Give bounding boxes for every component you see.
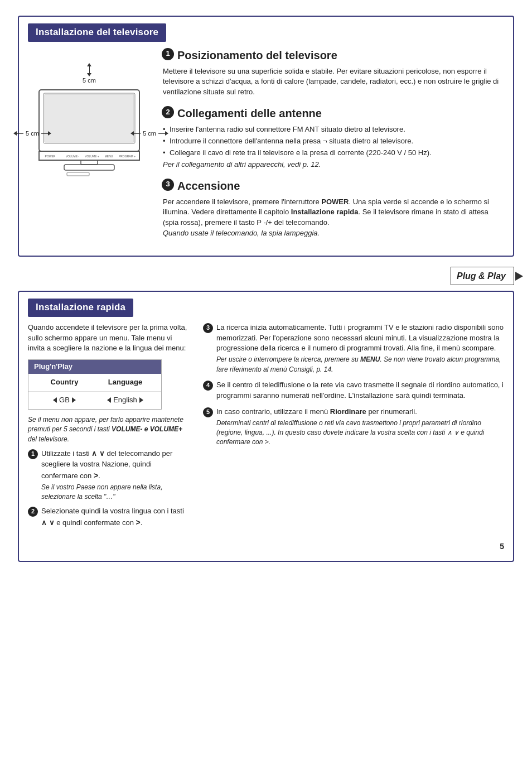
left-step2-badge: 2 [28, 507, 38, 517]
right-step-4: 4 Se il centro di telediffusione o la re… [203, 380, 504, 401]
step1-badge: 1 [162, 48, 174, 60]
step3-bold2: Installazione rapida [291, 208, 359, 216]
right-step5-text: In caso contrario, utilizzare il menù Ri… [216, 407, 504, 448]
plug-play-area: Plug & Play [18, 267, 514, 285]
step3-text: Per accendere il televisore, premere l'i… [163, 197, 504, 229]
left-measurement: 5 cm [13, 129, 51, 138]
step1-title: Posizionamento del televisore [177, 47, 337, 64]
left-hline [17, 133, 23, 134]
top-installation-section: Installazione del televisore 5 cm [18, 16, 514, 257]
svg-rect-11 [67, 172, 89, 176]
step3-bold1: POWER [321, 198, 349, 206]
menu-col-row: Country Language [28, 374, 161, 392]
left-step1-badge: 1 [28, 449, 38, 459]
right-step4-badge: 4 [203, 381, 213, 391]
left-step-1: 1 Utilizzate i tasti ∧ ∨ del telecomando… [28, 449, 190, 502]
tv-diagram: 5 cm 5 cm [28, 47, 151, 247]
right-meas-arrow [130, 132, 141, 136]
small-italic-note: Se il menu non appare, per farlo apparir… [28, 415, 190, 444]
right-arrowhead-icon [48, 132, 51, 136]
step3-heading: 3 Accensione [162, 178, 504, 194]
menu-gb-value: GB [59, 395, 70, 406]
top-measurement: 5 cm [83, 63, 96, 85]
step2-badge: 2 [162, 106, 174, 118]
svg-text:MENU: MENU [105, 155, 113, 158]
plug-play-logo: Plug & Play [451, 267, 514, 285]
top-section-title: Installazione del televisore [28, 23, 166, 42]
tri-right-lang-icon [139, 397, 143, 403]
step3-title: Accensione [177, 178, 240, 194]
bottom-installation-section: Installazione rapida Quando accendete il… [18, 291, 514, 562]
step2-bullet-3: Collegare il cavo di rete tra il televis… [163, 148, 504, 158]
menu-col-language: Language [95, 377, 156, 388]
right-measurement-label: 5 cm [143, 129, 156, 138]
menu-header: Plug'n'Play [28, 360, 161, 374]
step2-bullet-2: Introdurre il connettore dell'antenna ne… [163, 136, 504, 147]
right-step5-badge: 5 [203, 407, 213, 417]
step2-bullet-1: Inserire l'antenna radio sul connettore … [163, 124, 504, 135]
svg-rect-10 [64, 165, 114, 170]
svg-text:VOLUME -: VOLUME - [66, 155, 80, 158]
menu-english-value: English [113, 395, 137, 406]
left-step2-text: Selezionate quindi la vostra lingua con … [41, 506, 190, 528]
top-content: 5 cm 5 cm [28, 47, 504, 247]
bottom-right-col: 3 La ricerca inizia automaticamente. Tut… [203, 323, 504, 533]
svg-text:VOLUME +: VOLUME + [85, 155, 99, 158]
right-horiz-arrow-left [41, 132, 51, 136]
right-step-3: 3 La ricerca inizia automaticamente. Tut… [203, 323, 504, 374]
step2-italic: Per il collegamento di altri apparecchi,… [163, 160, 504, 170]
left-horiz-arrow [13, 132, 23, 136]
step2-bullets: Inserire l'antenna radio sul connettore … [163, 124, 504, 158]
top-measurement-label: 5 cm [83, 76, 96, 85]
tri-left-icon [53, 397, 57, 403]
left-steps-list: 1 Utilizzate i tasti ∧ ∨ del telecomando… [28, 449, 190, 528]
plug-play-label: Plug & Play [457, 270, 506, 282]
step2-title: Collegamenti delle antenne [177, 105, 322, 122]
right-step3-badge: 3 [203, 323, 213, 333]
bottom-section-title: Installazione rapida [28, 299, 133, 317]
plug-n-play-menu: Plug'n'Play Country Language GB English [28, 359, 162, 410]
vertical-double-arrow [87, 63, 91, 76]
step3-italic: Quando usate il telecomando, la spia lam… [163, 228, 504, 239]
arrow-vert-line [89, 66, 90, 73]
menu-col-country: Country [34, 377, 95, 388]
left-measurement-label: 5 cm [26, 129, 39, 138]
step3-badge: 3 [162, 179, 174, 191]
svg-rect-9 [81, 160, 98, 165]
svg-text:POWER: POWER [45, 155, 56, 158]
left-step-2: 2 Selezionate quindi la vostra lingua co… [28, 506, 190, 528]
plug-play-arrow-icon [515, 272, 523, 281]
step2-heading: 2 Collegamenti delle antenne [162, 105, 504, 122]
tri-left-lang-icon [107, 397, 111, 403]
svg-rect-2 [45, 94, 134, 142]
intro-text: Quando accendete il televisore per la pr… [28, 323, 190, 354]
right-hline [41, 133, 48, 134]
svg-text:PROGRAM +: PROGRAM + [119, 155, 136, 158]
page-number: 5 [28, 541, 504, 552]
menu-val-row: GB English [28, 392, 161, 409]
right-text-content: 1 Posizionamento del televisore Mettere … [162, 47, 504, 247]
left-step1-text: Utilizzate i tasti ∧ ∨ del telecomando p… [41, 449, 190, 502]
left-step1-italic: Se il vostro Paese non appare nella list… [41, 483, 190, 502]
right-meas-hline [134, 133, 141, 134]
step2-section: 2 Collegamenti delle antenne Inserire l'… [162, 105, 504, 170]
step1-heading: 1 Posizionamento del televisore [162, 47, 504, 64]
right-step-5: 5 In caso contrario, utilizzare il menù … [203, 407, 504, 448]
menu-val-language: English [95, 395, 156, 406]
tv-wrapper: 5 cm 5 cm [33, 88, 145, 180]
step1-text: Mettere il televisore su una superficie … [163, 66, 504, 98]
menu-val-country: GB [34, 395, 95, 406]
step3-section: 3 Accensione Per accendere il televisore… [162, 178, 504, 239]
right-step3-text: La ricerca inizia automaticamente. Tutti… [216, 323, 504, 374]
step1-section: 1 Posizionamento del televisore Mettere … [162, 47, 504, 98]
bottom-left-col: Quando accendete il televisore per la pr… [28, 323, 190, 533]
bottom-content: Quando accendete il televisore per la pr… [28, 323, 504, 533]
right-steps-list: 3 La ricerca inizia automaticamente. Tut… [203, 323, 504, 448]
tri-right-icon [72, 397, 76, 403]
right-step4-text: Se il centro di telediffusione o la rete… [216, 380, 504, 401]
